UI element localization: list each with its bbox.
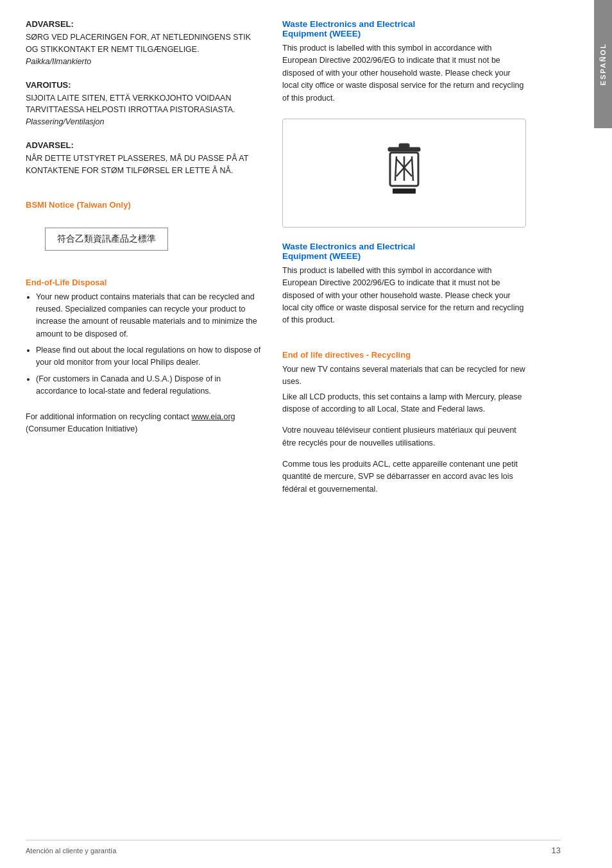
advarsel2-section: ADVARSEL: NÅR DETTE UTSTYRET PLASSERES, … [26, 140, 263, 177]
eol-heading: End-of-Life Disposal [26, 278, 263, 287]
varoitus-subtext: Plassering/Ventilasjon [26, 117, 263, 126]
weee2-section: Waste Electronics and Electrical Equipme… [282, 242, 526, 327]
content-area: ADVARSEL: SØRG VED PLACERINGEN FOR, AT N… [0, 0, 612, 868]
eol-recycling-heading: End of life directives - Recycling [282, 350, 526, 360]
weee2-body: This product is labelled with this symbo… [282, 265, 526, 327]
weee-icon [378, 141, 430, 205]
eol-recycling-para2: Like all LCD products, this set contains… [282, 391, 526, 416]
footer-page-number: 13 [552, 846, 561, 855]
eol-extra-text: For additional information on recycling … [26, 411, 263, 436]
page: ESPAÑOL ADVARSEL: SØRG VED PLACERINGEN F… [0, 0, 612, 868]
advarsel1-section: ADVARSEL: SØRG VED PLACERINGEN FOR, AT N… [26, 19, 263, 66]
weee1-section: Waste Electronics and Electrical Equipme… [282, 19, 526, 104]
svg-line-3 [395, 156, 396, 181]
bsmi-box: 符合乙類資訊產品之標準 [45, 228, 168, 251]
eia-link[interactable]: www.eia.org [191, 412, 235, 421]
varoitus-heading: VAROITUS: [26, 80, 263, 90]
footer-left: Atención al cliente y garantía [26, 847, 116, 855]
varoitus-section: VAROITUS: SIJOITA LAITE SITEN, ETTÄ VERK… [26, 80, 263, 127]
weee-svg [378, 141, 430, 205]
list-item: Your new product contains materials that… [36, 291, 263, 341]
eol-recycling-para3: Votre nouveau téléviseur contient plusie… [282, 424, 526, 449]
weee1-heading: Waste Electronics and Electrical Equipme… [282, 19, 526, 38]
advarsel1-subtext: Paikka/Ilmankierto [26, 57, 263, 66]
side-tab: ESPAÑOL [594, 0, 612, 128]
side-tab-label: ESPAÑOL [599, 43, 607, 85]
list-item: (For customers in Canada and U.S.A.) Dis… [36, 373, 263, 398]
list-item: Please find out about the local regulati… [36, 344, 263, 369]
svg-line-5 [412, 156, 413, 181]
advarsel2-text: NÅR DETTE UTSTYRET PLASSERES, MÅ DU PASS… [26, 153, 263, 177]
weee1-body: This product is labelled with this symbo… [282, 42, 526, 104]
weee-image-box [282, 119, 526, 228]
advarsel1-text: SØRG VED PLACERINGEN FOR, AT NETLEDNINGE… [26, 31, 263, 56]
svg-rect-1 [399, 144, 409, 148]
advarsel1-heading: ADVARSEL: [26, 19, 263, 29]
svg-rect-8 [393, 188, 416, 194]
varoitus-text: SIJOITA LAITE SITEN, ETTÄ VERKKOJOHTO VO… [26, 92, 263, 117]
eol-section: End-of-Life Disposal Your new product co… [26, 278, 263, 436]
right-column: Waste Electronics and Electrical Equipme… [282, 19, 526, 842]
eol-recycling-para1: Your new TV contains several materials t… [282, 363, 526, 388]
bsmi-heading: BSMI Notice (Taiwan Only) [26, 200, 263, 210]
advarsel2-heading: ADVARSEL: [26, 140, 263, 150]
bsmi-box-text: 符合乙類資訊產品之標準 [57, 233, 156, 244]
eol-recycling-section: End of life directives - Recycling Your … [282, 350, 526, 496]
eol-list: Your new product contains materials that… [26, 291, 263, 398]
weee2-heading: Waste Electronics and Electrical Equipme… [282, 242, 526, 261]
footer: Atención al cliente y garantía 13 [26, 840, 561, 855]
eol-recycling-para4: Comme tous les produits ACL, cette appar… [282, 458, 526, 496]
bsmi-section: BSMI Notice (Taiwan Only) 符合乙類資訊產品之標準 [26, 200, 263, 263]
left-column: ADVARSEL: SØRG VED PLACERINGEN FOR, AT N… [26, 19, 263, 842]
